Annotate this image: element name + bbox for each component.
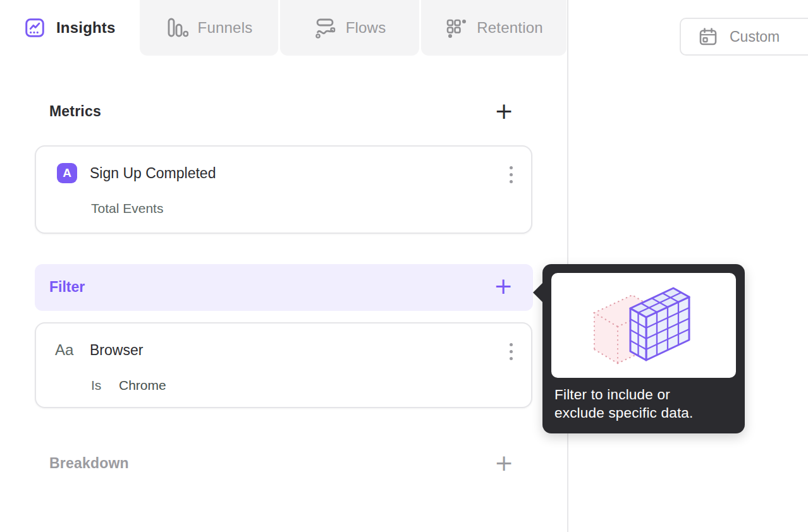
calendar-icon	[697, 26, 719, 47]
app-window: Insights Funnels Flows Retention	[0, 0, 808, 532]
retention-dots-icon	[444, 16, 467, 39]
add-metric-button[interactable]: +	[493, 102, 515, 123]
tab-retention[interactable]: Retention	[421, 0, 566, 56]
date-range-custom-button[interactable]: Custom	[680, 18, 808, 56]
filter-section-title: Filter	[49, 279, 85, 296]
insights-chart-icon	[24, 17, 46, 39]
flows-wave-icon	[314, 16, 336, 39]
tab-insights-label: Insights	[56, 19, 116, 37]
add-filter-button[interactable]: +	[493, 277, 514, 298]
string-property-icon: Aa	[55, 341, 73, 359]
tab-funnels[interactable]: Funnels	[140, 0, 278, 56]
metric-series-badge: A	[57, 163, 77, 183]
tab-retention-label: Retention	[477, 19, 543, 37]
filter-section-row[interactable]: Filter +	[35, 264, 533, 311]
tab-flows[interactable]: Flows	[280, 0, 419, 56]
add-breakdown-button[interactable]: +	[493, 454, 515, 475]
tooltip-text: Filter to include or exclude specific da…	[551, 385, 719, 422]
metric-event-name[interactable]: Sign Up Completed	[90, 165, 216, 182]
metric-card[interactable]: A Sign Up Completed Total Events	[35, 145, 532, 234]
kebab-menu-icon[interactable]	[505, 163, 517, 186]
filter-property-name[interactable]: Browser	[90, 342, 143, 359]
kebab-menu-icon[interactable]	[505, 340, 517, 363]
date-range-label: Custom	[730, 28, 780, 45]
funnels-bars-icon	[166, 16, 188, 39]
tooltip-arrow	[533, 282, 543, 303]
filter-condition-card[interactable]: Aa Browser Is Chrome	[35, 322, 532, 408]
metrics-section-title: Metrics	[49, 103, 101, 120]
tab-flows-label: Flows	[346, 19, 386, 37]
filter-cubes-illustration	[551, 273, 736, 378]
metric-aggregation[interactable]: Total Events	[91, 201, 163, 216]
filter-operator[interactable]: Is	[91, 378, 101, 393]
filter-value[interactable]: Chrome	[119, 378, 166, 393]
tab-insights[interactable]: Insights	[0, 0, 138, 56]
filter-tooltip: Filter to include or exclude specific da…	[542, 264, 745, 433]
tab-funnels-label: Funnels	[198, 19, 253, 37]
breakdown-section-title: Breakdown	[49, 455, 129, 472]
